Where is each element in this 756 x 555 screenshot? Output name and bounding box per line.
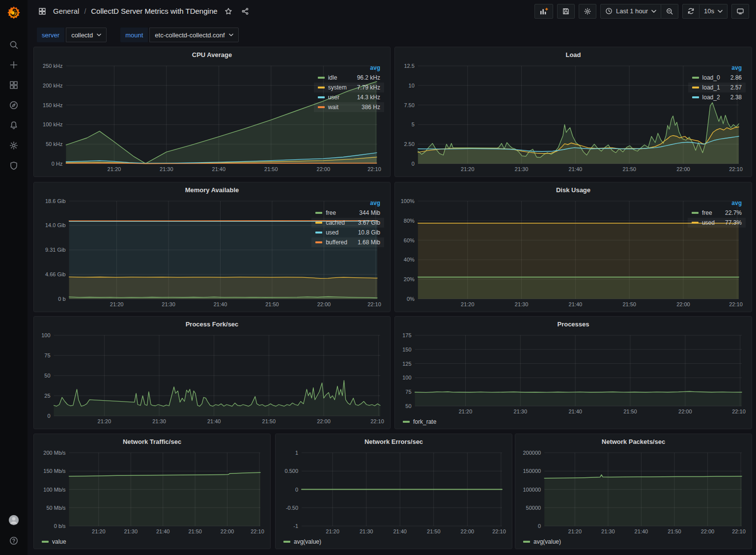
- legend-item-cached[interactable]: cached3.67 Gib: [311, 218, 384, 228]
- toolbar: Last 1 hour 10s: [534, 4, 749, 19]
- time-range-picker[interactable]: Last 1 hour: [600, 4, 661, 19]
- variable-server: server collectd: [37, 28, 107, 42]
- legend-series-name: buffered: [326, 239, 347, 246]
- legend-item-used[interactable]: used10.8 Gib: [311, 228, 384, 237]
- network-errors-graph[interactable]: -1-0.5000.500121:2021:3021:4021:5022:002…: [280, 448, 508, 536]
- svg-text:75: 75: [44, 352, 50, 358]
- legend-item-system[interactable]: system7.79 kHz: [314, 83, 384, 92]
- legend-series-avg-value: 344 Mib: [352, 209, 380, 216]
- svg-text:25: 25: [44, 393, 50, 399]
- panel-title[interactable]: Disk Usage: [399, 184, 748, 196]
- share-icon[interactable]: [239, 5, 251, 17]
- dashboards-icon[interactable]: [8, 80, 19, 90]
- avatar[interactable]: [8, 515, 19, 526]
- cpu-average-legend: avgidle96.2 kHzsystem7.79 kHzuser14.3 kH…: [313, 61, 386, 174]
- variable-mount-value[interactable]: etc-collectd-collectd.conf: [149, 28, 238, 42]
- network-traffic-graph[interactable]: 0 b/s50 Mb/s100 Mb/s150 Mb/s200 Mb/s21:2…: [38, 448, 266, 536]
- variable-mount: mount etc-collectd-collectd.conf: [120, 28, 238, 42]
- legend-item-load_0[interactable]: load_02.86: [688, 73, 746, 83]
- legend-item-free[interactable]: free344 Mib: [311, 208, 384, 218]
- svg-text:21:40: 21:40: [393, 528, 407, 534]
- svg-text:21:40: 21:40: [635, 528, 648, 534]
- svg-text:21:40: 21:40: [214, 301, 227, 307]
- cycle-view-mode-button[interactable]: [731, 4, 749, 19]
- svg-text:21:40: 21:40: [156, 528, 170, 534]
- refresh-interval-dropdown[interactable]: 10s: [700, 4, 728, 19]
- panel-title[interactable]: Memory Available: [38, 184, 386, 196]
- variable-server-value[interactable]: collectd: [66, 28, 107, 42]
- dashboard-settings-button[interactable]: [579, 4, 596, 19]
- svg-text:80%: 80%: [404, 218, 415, 224]
- panel-title[interactable]: Network Errors/sec: [280, 436, 508, 448]
- svg-text:22:10: 22:10: [370, 418, 384, 424]
- svg-text:0: 0: [412, 161, 415, 167]
- plus-icon[interactable]: [8, 59, 19, 70]
- dashboard-title[interactable]: CollectD Server Metrics with TDengine: [91, 7, 217, 15]
- svg-text:21:20: 21:20: [108, 166, 121, 172]
- svg-text:-0.50: -0.50: [286, 505, 298, 511]
- memory-available-graph[interactable]: 0 b4.66 Gib9.31 Gib14.0 Gib18.6 Gib21:20…: [38, 196, 310, 309]
- legend-item-used[interactable]: used77.3%: [688, 218, 746, 228]
- legend-series-avg-value: 14.3 kHz: [350, 94, 380, 101]
- legend-item-load_1[interactable]: load_12.57: [688, 83, 746, 92]
- legend-item-avg(value)[interactable]: avg(value): [523, 538, 561, 545]
- svg-text:21:40: 21:40: [569, 301, 583, 307]
- panel-title[interactable]: Process Fork/sec: [38, 319, 386, 330]
- panel-title[interactable]: Network Packets/sec: [519, 436, 748, 448]
- legend-item-load_2[interactable]: load_22.38: [688, 92, 746, 102]
- search-icon[interactable]: [8, 39, 19, 50]
- svg-text:21:50: 21:50: [262, 418, 276, 424]
- svg-text:5: 5: [412, 121, 415, 127]
- svg-text:2.50: 2.50: [404, 141, 414, 147]
- legend-item-user[interactable]: user14.3 kHz: [314, 92, 384, 102]
- process-fork-graph[interactable]: 025507510021:2021:3021:4021:5022:0022:10: [38, 330, 386, 426]
- processes-graph[interactable]: 507510012515017521:2021:3021:4021:5022:0…: [399, 330, 748, 416]
- legend-item-free[interactable]: free22.7%: [688, 208, 746, 218]
- panel-title[interactable]: Load: [399, 49, 748, 61]
- legend-item-wait[interactable]: wait386 Hz: [314, 102, 384, 112]
- svg-text:22:10: 22:10: [732, 528, 746, 534]
- refresh-button[interactable]: [682, 4, 700, 19]
- svg-text:100 kHz: 100 kHz: [43, 121, 62, 127]
- load-graph[interactable]: 02.5057.501012.521:2021:3021:4021:5022:0…: [399, 61, 687, 174]
- svg-text:21:50: 21:50: [264, 166, 278, 172]
- legend-series-name: cached: [326, 219, 345, 226]
- add-panel-button[interactable]: [534, 4, 553, 19]
- panel-title[interactable]: Processes: [399, 319, 748, 330]
- save-button[interactable]: [557, 4, 575, 19]
- breadcrumb-section[interactable]: General: [53, 7, 79, 15]
- shield-icon[interactable]: [8, 160, 19, 171]
- network-packets-graph[interactable]: 05000010000015000020000021:2021:3021:402…: [519, 448, 748, 536]
- legend-item-avg(value)[interactable]: avg(value): [283, 538, 321, 545]
- panel-title[interactable]: CPU Average: [38, 49, 386, 61]
- panel-cpu-average: CPU Average 0 Hz50 kHz100 kHz150 kHz200 …: [33, 47, 391, 177]
- legend-series-color: [315, 232, 322, 234]
- alerting-icon[interactable]: [8, 120, 19, 131]
- settings-icon[interactable]: [8, 140, 19, 151]
- legend-item-value[interactable]: value: [42, 538, 66, 545]
- panel-title[interactable]: Network Traffic/sec: [38, 436, 266, 448]
- svg-text:100: 100: [41, 332, 50, 338]
- legend-item-fork_rate[interactable]: fork_rate: [403, 418, 436, 425]
- network-packets-legend: avg(value): [519, 536, 748, 546]
- legend-item-buffered[interactable]: buffered1.68 Mib: [311, 237, 384, 247]
- legend-item-idle[interactable]: idle96.2 kHz: [314, 73, 384, 83]
- legend-series-name: free: [326, 209, 336, 216]
- disk-usage-graph[interactable]: 0%20%40%60%80%100%21:2021:3021:4021:5022…: [399, 196, 687, 309]
- svg-text:75: 75: [405, 389, 411, 395]
- legend-series-name: avg(value): [533, 538, 561, 545]
- cpu-average-graph[interactable]: 0 Hz50 kHz100 kHz150 kHz200 kHz250 kHz21…: [38, 61, 313, 174]
- svg-text:21:40: 21:40: [212, 166, 226, 172]
- help-icon[interactable]: [8, 535, 19, 546]
- star-icon[interactable]: [223, 5, 234, 17]
- explore-icon[interactable]: [8, 100, 19, 111]
- legend-series-avg-value: 2.86: [724, 74, 742, 81]
- legend-series-avg-value: 10.8 Gib: [351, 229, 380, 236]
- svg-text:22:10: 22:10: [251, 528, 264, 534]
- legend-series-color: [318, 87, 325, 88]
- svg-text:21:30: 21:30: [514, 409, 528, 414]
- zoom-out-button[interactable]: [661, 4, 678, 19]
- grafana-logo[interactable]: [0, 0, 28, 26]
- refresh-controls: 10s: [682, 4, 728, 19]
- legend-series-color: [692, 87, 699, 88]
